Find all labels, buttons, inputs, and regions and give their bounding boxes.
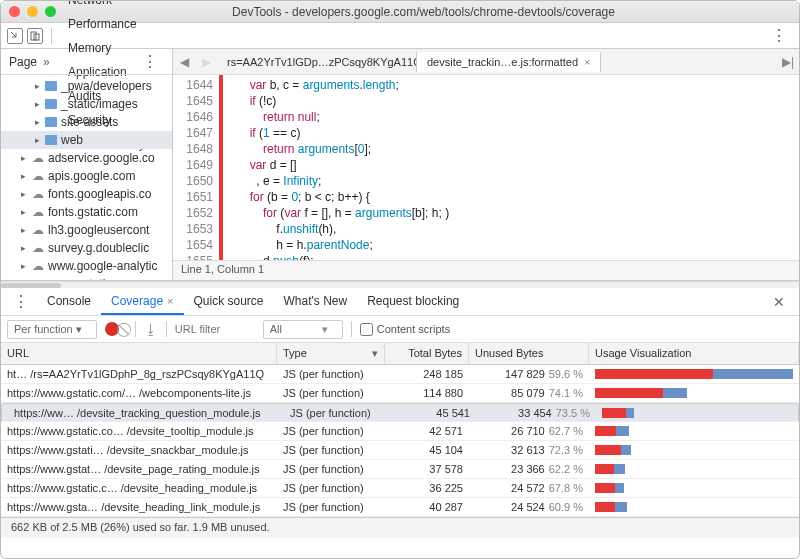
drawer-tab-quick-source[interactable]: Quick source [184, 289, 274, 314]
folder-icon [45, 99, 57, 109]
col-total[interactable]: Total Bytes [385, 343, 469, 364]
tree-label: www.google-analytic [48, 259, 157, 273]
nav-back-icon[interactable]: ◀ [173, 55, 195, 69]
tree-item[interactable]: ▸☁www.gstatic.com [1, 275, 172, 280]
drawer-tabs: ⋮ ConsoleCoverage×Quick sourceWhat's New… [1, 288, 799, 316]
cloud-icon: ☁ [31, 277, 45, 280]
tree-item[interactable]: ▸☁www.google-analytic [1, 257, 172, 275]
cell-type: JS (per function) [277, 499, 385, 515]
col-url[interactable]: URL [1, 343, 277, 364]
cloud-icon: ☁ [31, 151, 45, 165]
tree-label: lh3.googleusercont [48, 223, 149, 237]
folder-icon [45, 117, 57, 127]
separator [351, 321, 352, 337]
tree-label: apis.google.com [48, 169, 135, 183]
cell-url: https://www.gstatic.c… /devsite_heading_… [1, 480, 277, 496]
sidebar-page-label[interactable]: Page [9, 55, 37, 69]
cell-total: 37 578 [385, 461, 469, 477]
cell-url: https://www.gstati… /devsite_snackbar_mo… [1, 442, 277, 458]
cloud-icon: ☁ [31, 169, 45, 183]
granularity-select[interactable]: Per function ▾ [7, 320, 97, 339]
tree-label: fonts.gstatic.com [48, 205, 138, 219]
separator [166, 321, 167, 337]
tree-item[interactable]: ▸☁lh3.googleusercont [1, 221, 172, 239]
col-unused[interactable]: Unused Bytes [469, 343, 589, 364]
drawer-tab-console[interactable]: Console [37, 289, 101, 314]
cell-viz [589, 367, 799, 381]
table-row[interactable]: https://ww… /devsite_tracking_question_m… [1, 403, 799, 422]
cell-unused: 26 71062.7 % [469, 423, 589, 439]
tree-item[interactable]: ▸☁fonts.gstatic.com [1, 203, 172, 221]
table-header[interactable]: URL Type ▾ Total Bytes Unused Bytes Usag… [1, 343, 799, 365]
drawer-more-icon[interactable]: ⋮ [7, 292, 35, 311]
table-row[interactable]: https://www.gstatic.com/… /webcomponents… [1, 384, 799, 403]
cell-total: 114 880 [385, 385, 469, 401]
editor-status: Line 1, Column 1 [173, 260, 799, 280]
tree-label: survey.g.doubleclic [48, 241, 149, 255]
col-viz[interactable]: Usage Visualization [589, 343, 799, 364]
content-scripts-checkbox[interactable]: Content scripts [360, 323, 450, 336]
col-type[interactable]: Type ▾ [277, 343, 385, 364]
table-row[interactable]: https://www.gstat… /devsite_page_rating_… [1, 460, 799, 479]
sidebar-more-icon[interactable]: ⋮ [136, 52, 164, 71]
tree-item[interactable]: ▸site-assets [1, 113, 172, 131]
close-drawer-icon[interactable]: ✕ [765, 294, 793, 310]
table-row[interactable]: https://www.gstatic.c… /devsite_heading_… [1, 479, 799, 498]
tree-label: web [61, 133, 83, 147]
table-row[interactable]: https://www.gsta… /devsite_heading_link_… [1, 498, 799, 517]
tree-item[interactable]: ▸_static/images [1, 95, 172, 113]
drawer-tab-request-blocking[interactable]: Request blocking [357, 289, 469, 314]
zoom-window-icon[interactable] [45, 6, 56, 17]
chevron-right-icon[interactable]: » [43, 55, 50, 69]
code-content[interactable]: var b, c = arguments.length; if (!c) ret… [223, 75, 799, 260]
table-row[interactable]: https://www.gstati… /devsite_snackbar_mo… [1, 441, 799, 460]
cloud-icon: ☁ [31, 187, 45, 201]
close-icon[interactable]: × [167, 295, 173, 307]
device-toolbar-icon[interactable] [27, 28, 43, 44]
main-tabs: ElementsConsoleSourcesNetworkPerformance… [1, 23, 799, 49]
editor-tabs: ◀ ▶ rs=AA2YrTv1lGDp…zPCsqy8KYgA11Qdevsit… [173, 49, 799, 75]
tree-item[interactable]: ▸☁survey.g.doubleclic [1, 239, 172, 257]
window-title: DevTools - developers.google.com/web/too… [56, 5, 791, 19]
record-button[interactable] [105, 322, 119, 336]
inspect-element-icon[interactable] [7, 28, 23, 44]
cell-unused: 24 57267.8 % [469, 480, 589, 496]
table-row[interactable]: ht… /rs=AA2YrTv1lGDphP_8g_rszPCsqy8KYgA1… [1, 365, 799, 384]
tree-item[interactable]: ▸☁fonts.googleapis.co [1, 185, 172, 203]
tab-performance[interactable]: Performance [58, 12, 155, 36]
table-row[interactable]: https://www.gstatic.co… /devsite_tooltip… [1, 422, 799, 441]
minimize-window-icon[interactable] [27, 6, 38, 17]
tree-item[interactable]: ▸☁apis.google.com [1, 167, 172, 185]
scrollbar[interactable] [1, 281, 799, 288]
close-window-icon[interactable] [9, 6, 20, 17]
editor-tab[interactable]: devsite_trackin…e.js:formatted× [417, 52, 601, 72]
cell-url: https://www.gstat… /devsite_page_rating_… [1, 461, 277, 477]
drawer-tab-coverage[interactable]: Coverage× [101, 289, 183, 315]
line-numbers: 1644164516461647164816491650165116521653… [173, 75, 219, 260]
tree-item[interactable]: ▸☁adservice.google.co [1, 149, 172, 167]
more-tabs-icon[interactable]: ▶| [777, 55, 799, 69]
cloud-icon: ☁ [31, 223, 45, 237]
cell-total: 36 225 [385, 480, 469, 496]
tree-item[interactable]: ▸_pwa/developers [1, 77, 172, 95]
editor-tab[interactable]: rs=AA2YrTv1lGDp…zPCsqy8KYgA11Q [217, 52, 417, 72]
cell-url: https://www.gstatic.com/… /webcomponents… [1, 385, 277, 401]
drawer-tab-what-s-new[interactable]: What's New [274, 289, 358, 314]
tree-label: adservice.google.co [48, 151, 155, 165]
more-options-icon[interactable]: ⋮ [765, 26, 793, 45]
close-icon[interactable]: × [584, 56, 590, 68]
tab-network[interactable]: Network [58, 0, 155, 12]
nav-fwd-icon[interactable]: ▶ [195, 55, 217, 69]
export-icon[interactable]: ⭳ [144, 321, 158, 337]
type-filter-select[interactable]: All ▾ [263, 320, 343, 339]
cloud-icon: ☁ [31, 241, 45, 255]
tree-label: _pwa/developers [61, 79, 152, 93]
editor-body[interactable]: 1644164516461647164816491650165116521653… [173, 75, 799, 260]
url-filter-input[interactable] [175, 323, 255, 336]
cell-type: JS (per function) [284, 405, 392, 421]
tree-item[interactable]: ▸web [1, 131, 172, 149]
folder-icon [45, 81, 57, 91]
tree-label: site-assets [61, 115, 118, 129]
coverage-status: 662 KB of 2.5 MB (26%) used so far. 1.9 … [1, 517, 799, 538]
cell-url: https://www.gstatic.co… /devsite_tooltip… [1, 423, 277, 439]
